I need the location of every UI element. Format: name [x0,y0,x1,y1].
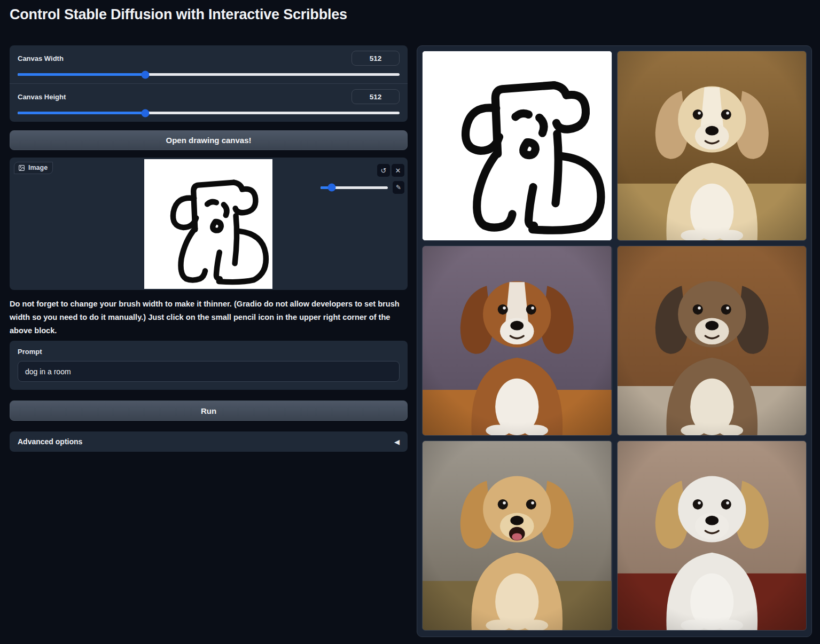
undo-button[interactable]: ↺ [377,164,390,177]
canvas-width-label: Canvas Width [18,54,64,62]
run-button[interactable]: Run [10,400,408,421]
image-toolbar: ↺ ✕ [377,164,404,177]
brush-size-controls: ✎ [321,181,404,194]
result-gallery [417,45,812,637]
canvas-height-slider[interactable] [18,112,400,114]
left-column: Canvas Width 512 Canvas Height 512 [10,45,408,122]
slider-fill [18,112,145,114]
pencil-icon-button[interactable]: ✎ [393,181,404,194]
drawing-canvas[interactable] [144,159,272,289]
canvas-size-panel: Canvas Width 512 Canvas Height 512 [10,45,408,122]
brush-hint-text: Do not forget to change your brush width… [10,297,406,337]
gallery-item-dog-photo[interactable] [617,51,807,241]
gallery-item-dog-photo[interactable] [422,441,612,631]
clear-button[interactable]: ✕ [392,164,404,177]
image-block-label: Image [14,162,53,174]
slider-handle[interactable] [328,184,336,192]
canvas-width-value[interactable]: 512 [352,51,400,66]
gallery-item-dog-photo[interactable] [617,246,807,436]
advanced-options-label: Advanced options [18,437,82,446]
prompt-panel: Prompt dog in a room [10,341,408,390]
image-block-label-text: Image [28,164,48,171]
app-page: Control Stable Diffusion with Interactiv… [0,0,820,644]
image-editor-block: Image ↺ ✕ ✎ [10,158,408,290]
gallery-item-dog-photo[interactable] [422,246,612,436]
gallery-item-scribble[interactable] [422,51,612,241]
page-title: Control Stable Diffusion with Interactiv… [10,6,347,23]
open-canvas-button[interactable]: Open drawing canvas! [10,130,408,150]
collapse-arrow-icon: ◀ [394,438,400,446]
slider-handle[interactable] [141,70,149,78]
advanced-options-accordion[interactable]: Advanced options ◀ [10,431,408,452]
canvas-height-row: Canvas Height 512 [10,83,408,122]
gallery-item-dog-photo[interactable] [617,441,807,631]
canvas-height-value[interactable]: 512 [352,89,400,104]
canvas-width-row: Canvas Width 512 [10,45,408,83]
prompt-label: Prompt [18,348,400,356]
canvas-width-slider[interactable] [18,73,400,76]
image-icon [18,164,25,171]
brush-size-slider[interactable] [321,186,388,189]
canvas-height-label: Canvas Height [18,93,66,101]
slider-fill [18,73,145,76]
prompt-input[interactable]: dog in a room [18,361,400,382]
slider-handle[interactable] [141,109,149,117]
